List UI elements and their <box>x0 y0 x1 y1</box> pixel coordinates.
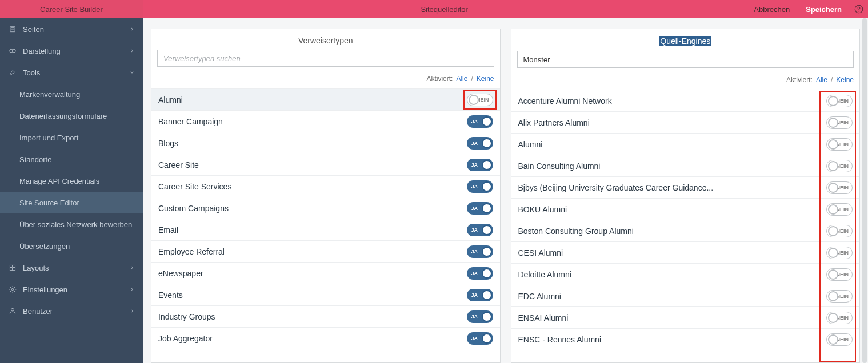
toggle-switch[interactable]: NEIN <box>467 94 493 106</box>
sidebar-subitem-datenerfassungsformulare[interactable]: Datenerfassungsformulare <box>0 105 143 127</box>
row-label: Employee Referral <box>158 247 467 256</box>
list-row[interactable]: Accenture Alumni NetworkNEIN <box>511 90 860 111</box>
svg-rect-8 <box>13 265 15 267</box>
toggle-label: JA <box>471 336 478 341</box>
sidebar-item-layouts[interactable]: Layouts <box>0 257 143 279</box>
list-row[interactable]: EDC AlumniNEIN <box>511 285 860 306</box>
toggle-switch[interactable]: NEIN <box>826 182 853 194</box>
toggle-switch[interactable]: NEIN <box>826 290 853 302</box>
row-label: Job Aggregator <box>158 334 467 343</box>
list-row[interactable]: Job AggregatorJA <box>151 327 500 349</box>
list-row[interactable]: Custom CampaignsJA <box>151 197 500 219</box>
toggle-switch[interactable]: JA <box>467 180 493 193</box>
list-row[interactable]: ENSC - Rennes AlumniNEIN <box>511 328 860 350</box>
toggle-switch[interactable]: JA <box>467 224 493 236</box>
panel-header: Verweisertypen <box>151 29 500 67</box>
list-row[interactable]: BlogsJA <box>151 132 500 154</box>
sidebar-subitem-site-source-editor[interactable]: Site Source Editor <box>0 192 143 213</box>
toggle-knob <box>482 290 492 300</box>
toggle-switch[interactable]: JA <box>467 332 493 345</box>
sidebar-item-einstellungen[interactable]: Einstellungen <box>0 279 143 300</box>
sidebar-item-darstellung[interactable]: Darstellung <box>0 40 143 62</box>
sidebar-item-seiten[interactable]: Seiten <box>0 18 143 40</box>
sidebar-subitem-standorte[interactable]: Standorte <box>0 148 143 170</box>
list-row[interactable]: EventsJA <box>151 284 500 305</box>
list-row[interactable]: BOKU AlumniNEIN <box>511 198 860 220</box>
filter-none-link[interactable]: Keine <box>477 75 494 83</box>
list-row[interactable]: AlumniNEIN <box>151 88 500 110</box>
list-row[interactable]: ENSAI AlumniNEIN <box>511 306 860 328</box>
sidebar-subitem-markenverwaltung[interactable]: Markenverwaltung <box>0 83 143 105</box>
toggle-switch[interactable]: JA <box>467 267 493 280</box>
row-label: Career Site <box>158 160 467 170</box>
list-row[interactable]: Bain Consulting AlumniNEIN <box>511 155 860 176</box>
sidebar-subitem-import-und-export[interactable]: Import und Export <box>0 127 143 148</box>
sidebar-item-label: Benutzer <box>23 307 53 316</box>
filter-all-link[interactable]: Alle <box>816 76 827 84</box>
toggle-switch[interactable]: NEIN <box>826 160 853 172</box>
list-row[interactable]: Employee ReferralJA <box>151 240 500 262</box>
toggle-knob <box>828 269 838 280</box>
toggle-knob <box>482 247 492 257</box>
list-row[interactable]: Boston Consulting Group AlumniNEIN <box>511 220 860 241</box>
filter-all-link[interactable]: Alle <box>456 75 467 83</box>
toggle-switch[interactable]: NEIN <box>826 247 853 259</box>
list-row[interactable]: CESI AlumniNEIN <box>511 241 860 263</box>
sidebar-subitem--ber-soziales-netzwerk-bewerben[interactable]: Über soziales Netzwerk bewerben <box>0 213 143 235</box>
toggle-switch[interactable]: JA <box>467 202 493 215</box>
toggle-switch[interactable]: JA <box>467 137 493 150</box>
toggle-switch[interactable]: NEIN <box>826 268 853 281</box>
svg-point-1 <box>858 11 859 11</box>
sidebar-item-label: Tools <box>23 68 40 77</box>
list-row[interactable]: Alix Partners AlumniNEIN <box>511 111 860 133</box>
toggle-switch[interactable]: NEIN <box>826 312 853 324</box>
toggle-switch[interactable]: NEIN <box>826 203 853 216</box>
svg-rect-9 <box>10 268 12 271</box>
topbar-actions: Abbrechen Speichern <box>746 0 868 18</box>
list-row[interactable]: Banner CampaignJA <box>151 110 500 132</box>
toggle-switch[interactable]: NEIN <box>826 225 853 237</box>
toggle-knob <box>469 95 479 105</box>
toggle-switch[interactable]: JA <box>467 159 493 171</box>
list-row[interactable]: Deloitte AlumniNEIN <box>511 263 860 285</box>
engine-list: Accenture Alumni NetworkNEINAlix Partner… <box>511 90 860 362</box>
toggle-knob <box>482 138 492 148</box>
toggle-switch[interactable]: JA <box>467 245 493 258</box>
sidebar-subitem-manage-api-credentials[interactable]: Manage API Credentials <box>0 170 143 192</box>
list-row[interactable]: EmailJA <box>151 219 500 240</box>
toggle-label: JA <box>471 205 478 211</box>
row-label: Accenture Alumni Network <box>518 96 827 106</box>
toggle-switch[interactable]: JA <box>467 289 493 301</box>
row-label: Blogs <box>158 139 467 148</box>
help-icon[interactable] <box>850 0 868 18</box>
toggle-switch[interactable]: NEIN <box>826 138 853 151</box>
chevron-right-icon <box>129 307 135 316</box>
list-row[interactable]: Career Site ServicesJA <box>151 175 500 197</box>
list-row[interactable]: eNewspaperJA <box>151 262 500 284</box>
engine-search-input[interactable] <box>517 51 854 68</box>
save-button[interactable]: Speichern <box>798 0 850 18</box>
sidebar-subitem--bersetzungen[interactable]: Übersetzungen <box>0 235 143 257</box>
toggle-switch[interactable]: NEIN <box>826 116 853 129</box>
toggle-switch[interactable]: NEIN <box>826 95 853 107</box>
row-label: Bain Consulting Alumni <box>518 162 827 171</box>
panel-title: Quell-Engines <box>517 33 854 51</box>
list-row[interactable]: Career SiteJA <box>151 154 500 175</box>
filter-none-link[interactable]: Keine <box>836 76 854 84</box>
toggle-knob <box>828 118 838 128</box>
cancel-button[interactable]: Abbrechen <box>746 0 798 18</box>
toggle-switch[interactable]: NEIN <box>826 333 853 346</box>
panel-title-label: Quell-Engines <box>659 36 711 46</box>
toggle-switch[interactable]: JA <box>467 310 493 323</box>
separator: / <box>471 75 473 83</box>
referrer-search-input[interactable] <box>157 50 494 67</box>
sidebar-item-tools[interactable]: Tools <box>0 62 143 83</box>
sidebar-item-benutzer[interactable]: Benutzer <box>0 300 143 322</box>
toggle-label: JA <box>471 184 478 189</box>
toggle-knob <box>828 334 838 345</box>
list-row[interactable]: Bjbys (Beijing University Graduates Care… <box>511 176 860 198</box>
toggle-switch[interactable]: JA <box>467 115 493 128</box>
list-row[interactable]: AlumniNEIN <box>511 133 860 155</box>
list-row[interactable]: Industry GroupsJA <box>151 305 500 327</box>
toggle-label: JA <box>471 314 478 320</box>
